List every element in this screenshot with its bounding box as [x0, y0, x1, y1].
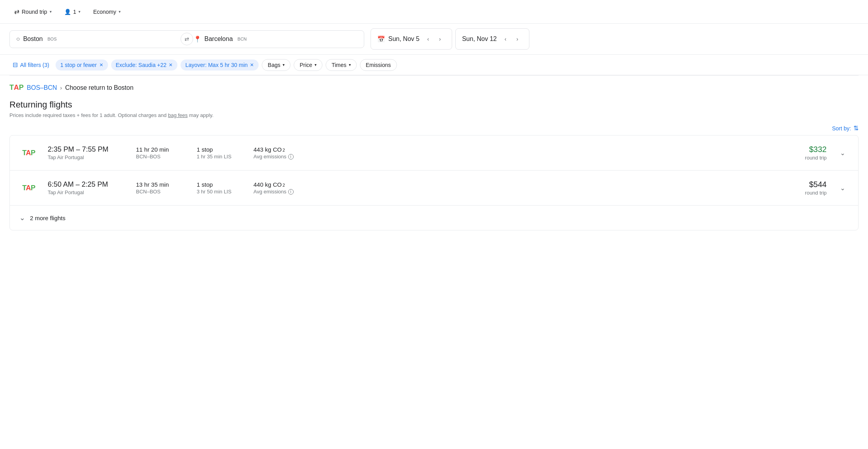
tap-logo-p-1: P: [31, 184, 35, 192]
flight-price-1: $544 round trip: [787, 180, 827, 196]
top-bar: ⇄ Round trip ▾ 👤 1 ▾ Economy ▾: [0, 0, 868, 24]
subtitle-end: may apply.: [189, 112, 214, 118]
expand-button-1[interactable]: ⌄: [836, 182, 849, 194]
depart-date: Sun, Nov 5: [388, 35, 419, 43]
flight-avg-0: Avg emissions i: [253, 154, 317, 160]
breadcrumb-current-label: Choose return to Boston: [65, 84, 133, 91]
stops-filter-close[interactable]: ✕: [99, 62, 103, 68]
tap-logo-t-1: T: [22, 184, 26, 192]
tap-a-letter: A: [14, 83, 19, 92]
bags-filter-label: Bags: [268, 62, 280, 68]
cabin-button[interactable]: Economy ▾: [88, 6, 125, 18]
breadcrumb-arrow-icon: ›: [60, 85, 62, 91]
tap-logo-p-0: P: [31, 149, 35, 157]
flights-list: TAP 2:35 PM – 7:55 PM Tap Air Portugal 1…: [9, 135, 859, 230]
breadcrumb-route-link[interactable]: BOS–BCN: [27, 84, 57, 91]
more-flights-label: 2 more flights: [30, 215, 65, 221]
origin-field[interactable]: ○ Boston BOS: [10, 31, 187, 48]
stops-filter-chip[interactable]: 1 stop or fewer ✕: [56, 59, 108, 71]
return-next-button[interactable]: ›: [512, 33, 523, 45]
trip-type-label: Round trip: [22, 9, 47, 15]
flight-layover-0: 1 hr 35 min LIS: [197, 154, 244, 160]
trip-type-button[interactable]: ⇄ Round trip ▾: [9, 5, 56, 19]
cabin-label: Economy: [93, 9, 116, 15]
all-filters-button[interactable]: ⊟ All filters (3): [9, 59, 52, 71]
search-bar: ○ Boston BOS ⇄ 📍 Barcelona BCN 📅 Sun, No…: [0, 24, 868, 55]
swap-button[interactable]: ⇄: [181, 33, 193, 45]
swap-icon: ⇄: [14, 8, 19, 15]
price-chevron-icon: ▾: [315, 63, 317, 67]
flight-time-range-0: 2:35 PM – 7:55 PM: [48, 145, 127, 154]
flight-airline-1: Tap Air Portugal: [48, 189, 127, 195]
return-date-nav: ‹ ›: [500, 33, 523, 45]
times-filter-label: Times: [332, 62, 346, 68]
sort-button[interactable]: Sort by: ⇅: [832, 124, 859, 132]
airline-logo-1: TAP: [19, 178, 38, 197]
sort-icon: ⇅: [853, 124, 859, 132]
price-filter-button[interactable]: Price ▾: [294, 59, 322, 71]
info-icon-1: i: [288, 189, 294, 195]
cabin-chevron: ▾: [119, 9, 121, 14]
return-date: Sun, Nov 12: [462, 35, 497, 43]
exclude-filter-close[interactable]: ✕: [169, 62, 173, 68]
airline-logo-0: TAP: [19, 143, 38, 162]
more-flights-row[interactable]: ⌄ 2 more flights: [10, 206, 858, 230]
flight-price-amount-1: $544: [787, 180, 827, 189]
flight-price-label-1: round trip: [787, 190, 827, 196]
flight-co2-amount-1: 440 kg CO: [253, 181, 282, 188]
flight-emissions-0: 443 kg CO2 Avg emissions i: [253, 146, 317, 160]
main-content: TAP BOS–BCN › Choose return to Boston Re…: [0, 76, 868, 238]
person-icon: 👤: [64, 9, 71, 15]
layover-filter-close[interactable]: ✕: [250, 62, 254, 68]
flight-price-amount-0: $332: [787, 145, 827, 154]
flight-duration-0: 11 hr 20 min BCN–BOS: [136, 146, 187, 160]
date-fields: 📅 Sun, Nov 5 ‹ › Sun, Nov 12 ‹ ›: [371, 28, 529, 50]
tap-logo-t-0: T: [22, 149, 26, 157]
flight-airline-0: Tap Air Portugal: [48, 154, 127, 160]
bags-filter-button[interactable]: Bags ▾: [262, 59, 291, 71]
tap-logo-small-0: TAP: [22, 149, 35, 157]
flight-avg-label-1: Avg emissions: [253, 189, 287, 195]
depart-next-button[interactable]: ›: [434, 33, 445, 45]
layover-filter-label: Layover: Max 5 hr 30 min: [185, 62, 248, 68]
flight-row-1[interactable]: TAP 6:50 AM – 2:25 PM Tap Air Portugal 1…: [10, 171, 858, 206]
return-date-field[interactable]: Sun, Nov 12 ‹ ›: [455, 28, 529, 50]
tap-logo-breadcrumb: TAP: [9, 83, 24, 92]
all-filters-label: All filters (3): [20, 62, 49, 68]
flight-row[interactable]: TAP 2:35 PM – 7:55 PM Tap Air Portugal 1…: [10, 135, 858, 171]
flight-times-1: 6:50 AM – 2:25 PM Tap Air Portugal: [48, 180, 127, 195]
flight-route-1: BCN–BOS: [136, 189, 187, 195]
flight-co2-sub-1: 2: [283, 183, 285, 187]
passengers-button[interactable]: 👤 1 ▾: [60, 6, 86, 18]
emissions-filter-button[interactable]: Emissions: [360, 59, 397, 71]
exclude-filter-label: Exclude: Saudia +22: [116, 62, 167, 68]
exclude-filter-chip[interactable]: Exclude: Saudia +22 ✕: [111, 59, 178, 71]
layover-filter-chip[interactable]: Layover: Max 5 hr 30 min ✕: [181, 59, 259, 71]
calendar-icon-1: 📅: [377, 35, 385, 43]
depart-date-field[interactable]: 📅 Sun, Nov 5 ‹ ›: [371, 28, 452, 50]
dest-icon: 📍: [194, 35, 201, 43]
dest-code: BCN: [238, 37, 247, 41]
flight-duration-1: 13 hr 35 min BCN–BOS: [136, 181, 187, 195]
return-prev-button[interactable]: ‹: [500, 33, 511, 45]
stops-filter-label: 1 stop or fewer: [60, 62, 97, 68]
origin-icon: ○: [16, 35, 20, 43]
flight-stops-0: 1 stop 1 hr 35 min LIS: [197, 146, 244, 160]
flight-stops-1: 1 stop 3 hr 50 min LIS: [197, 181, 244, 195]
tap-logo-a-1: A: [26, 184, 31, 192]
sort-label: Sort by:: [832, 125, 851, 132]
flight-times-0: 2:35 PM – 7:55 PM Tap Air Portugal: [48, 145, 127, 160]
filters-bar: ⊟ All filters (3) 1 stop or fewer ✕ Excl…: [0, 55, 868, 75]
times-filter-button[interactable]: Times ▾: [326, 59, 357, 71]
tap-p-letter: P: [19, 83, 24, 92]
depart-prev-button[interactable]: ‹: [423, 33, 434, 45]
emissions-filter-label: Emissions: [366, 62, 391, 68]
expand-button-0[interactable]: ⌄: [836, 147, 849, 159]
search-inputs: ○ Boston BOS ⇄ 📍 Barcelona BCN: [9, 30, 364, 48]
tap-logo-small-1: TAP: [22, 184, 35, 192]
times-chevron-icon: ▾: [349, 63, 351, 67]
dest-field[interactable]: 📍 Barcelona BCN: [187, 31, 364, 48]
flight-co2-amount-0: 443 kg CO: [253, 146, 282, 153]
depart-date-nav: ‹ ›: [423, 33, 445, 45]
bag-fees-link[interactable]: bag fees: [168, 112, 188, 118]
